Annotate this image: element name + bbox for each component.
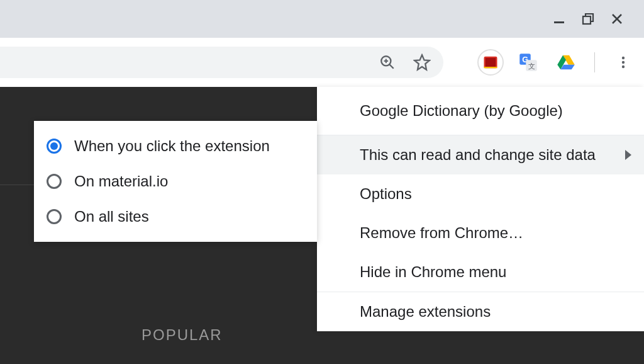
submenu-arrow-icon — [625, 150, 631, 160]
toolbar-separator — [594, 52, 595, 72]
svg-text:文: 文 — [528, 62, 535, 70]
svg-point-15 — [622, 57, 625, 59]
minimize-button[interactable] — [545, 6, 574, 31]
window-titlebar — [0, 0, 644, 38]
star-icon[interactable] — [413, 54, 431, 71]
svg-rect-0 — [554, 21, 564, 23]
drive-extension-icon[interactable] — [553, 49, 579, 76]
extension-context-menu: Google Dictionary (by Google) This can r… — [317, 87, 644, 331]
menu-item-remove[interactable]: Remove from Chrome… — [317, 213, 644, 253]
submenu-item-label: On material.io — [74, 173, 168, 190]
submenu-item-on-click[interactable]: When you click the extension — [34, 128, 317, 164]
menu-title: Google Dictionary (by Google) — [317, 87, 644, 135]
svg-rect-9 — [486, 58, 496, 67]
menu-item-label: Manage extensions — [360, 303, 491, 321]
menu-item-label: Hide in Chrome menu — [360, 263, 506, 281]
menu-item-label: Options — [360, 185, 412, 203]
radio-icon — [47, 209, 62, 224]
svg-point-17 — [622, 65, 625, 68]
submenu-item-label: When you click the extension — [74, 137, 270, 155]
chrome-menu-icon[interactable] — [610, 49, 636, 76]
zoom-icon[interactable] — [379, 54, 396, 71]
menu-item-options[interactable]: Options — [317, 174, 644, 213]
menu-item-hide[interactable]: Hide in Chrome menu — [317, 253, 644, 292]
menu-item-manage[interactable]: Manage extensions — [317, 292, 644, 331]
popular-label: POPULAR — [142, 326, 223, 344]
dictionary-extension-icon[interactable] — [477, 49, 504, 76]
menu-item-label: This can read and change site data — [360, 146, 596, 164]
radio-icon — [47, 174, 62, 189]
restore-button[interactable] — [574, 6, 602, 31]
menu-item-label: Remove from Chrome… — [360, 224, 523, 242]
menu-item-site-data[interactable]: This can read and change site data — [317, 135, 644, 174]
submenu-item-on-site[interactable]: On material.io — [34, 164, 317, 199]
site-data-submenu: When you click the extension On material… — [34, 121, 317, 242]
radio-icon — [47, 139, 62, 154]
omnibox[interactable] — [0, 47, 443, 78]
submenu-item-label: On all sites — [74, 208, 149, 225]
browser-toolbar: G 文 — [0, 38, 644, 87]
close-button[interactable] — [602, 6, 631, 31]
svg-line-5 — [389, 64, 394, 69]
svg-point-16 — [622, 61, 625, 64]
submenu-item-all-sites[interactable]: On all sites — [34, 199, 317, 234]
translate-extension-icon[interactable]: G 文 — [515, 49, 541, 76]
svg-rect-1 — [583, 16, 591, 24]
svg-rect-10 — [484, 67, 497, 68]
